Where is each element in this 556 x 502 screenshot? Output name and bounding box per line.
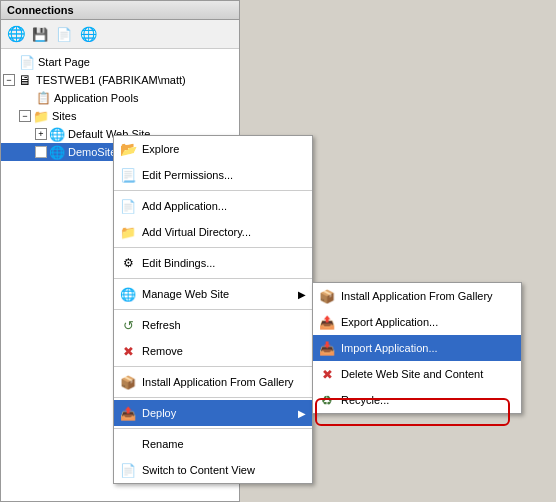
add-app-icon: 📄 [118, 196, 138, 216]
menu-separator-6 [114, 397, 312, 398]
menu-label-edit-permissions: Edit Permissions... [142, 169, 233, 181]
menu-label-add-application: Add Application... [142, 200, 227, 212]
submenu-label-export: Export Application... [341, 316, 438, 328]
toolbar: 🌐 💾 📄 🌐 [1, 20, 239, 49]
tree-item-sites[interactable]: − 📁 Sites [1, 107, 239, 125]
menu-item-explore[interactable]: 📂 Explore [114, 136, 312, 162]
manage-arrow-icon: ▶ [298, 289, 306, 300]
tree-item-app-pools[interactable]: 📋 Application Pools [1, 89, 239, 107]
manage-icon: 🌐 [118, 284, 138, 304]
tree-item-start-page[interactable]: 📄 Start Page [1, 53, 239, 71]
toolbar-back-button[interactable]: 🌐 [5, 23, 27, 45]
menu-item-remove[interactable]: ✖ Remove [114, 338, 312, 364]
tree-label-demo-site: DemoSite [68, 146, 116, 158]
menu-label-refresh: Refresh [142, 319, 181, 331]
menu-label-rename: Rename [142, 438, 184, 450]
menu-item-install-gallery[interactable]: 📦 Install Application From Gallery [114, 369, 312, 395]
menu-separator-3 [114, 278, 312, 279]
tree-label-app-pools: Application Pools [54, 92, 138, 104]
sub-recycle-icon: ♻ [317, 390, 337, 410]
menu-item-deploy[interactable]: 📤 Deploy ▶ [114, 400, 312, 426]
deploy-icon: 📤 [118, 403, 138, 423]
permissions-icon: 📃 [118, 165, 138, 185]
submenu-label-delete: Delete Web Site and Content [341, 368, 483, 380]
submenu-label-import: Import Application... [341, 342, 438, 354]
menu-separator-1 [114, 190, 312, 191]
submenu-item-recycle[interactable]: ♻ Recycle... [313, 387, 521, 413]
menu-label-install-gallery: Install Application From Gallery [142, 376, 294, 388]
panel-title: Connections [7, 4, 74, 16]
menu-item-add-virtual-directory[interactable]: 📁 Add Virtual Directory... [114, 219, 312, 245]
tree-label-start-page: Start Page [38, 56, 90, 68]
submenu-label-recycle: Recycle... [341, 394, 389, 406]
toolbar-connect-button[interactable]: 🌐 [77, 23, 99, 45]
submenu-item-export[interactable]: 📤 Export Application... [313, 309, 521, 335]
add-vdir-icon: 📁 [118, 222, 138, 242]
sub-delete-icon: ✖ [317, 364, 337, 384]
submenu-item-import[interactable]: 📥 Import Application... [313, 335, 521, 361]
menu-item-rename[interactable]: Rename [114, 431, 312, 457]
menu-item-edit-bindings[interactable]: ⚙ Edit Bindings... [114, 250, 312, 276]
toolbar-up-button[interactable]: 📄 [53, 23, 75, 45]
tree-label-server: TESTWEB1 (FABRIKAM\matt) [36, 74, 186, 86]
sub-gallery-icon: 📦 [317, 286, 337, 306]
menu-item-manage-web-site[interactable]: 🌐 Manage Web Site ▶ [114, 281, 312, 307]
menu-separator-2 [114, 247, 312, 248]
tree-label-sites: Sites [52, 110, 76, 122]
sub-import-icon: 📥 [317, 338, 337, 358]
rename-icon [118, 434, 138, 454]
menu-item-edit-permissions[interactable]: 📃 Edit Permissions... [114, 162, 312, 188]
deploy-arrow-icon: ▶ [298, 408, 306, 419]
menu-label-add-virtual-directory: Add Virtual Directory... [142, 226, 251, 238]
content-view-icon: 📄 [118, 460, 138, 480]
sub-export-icon: 📤 [317, 312, 337, 332]
explore-icon: 📂 [118, 139, 138, 159]
menu-label-explore: Explore [142, 143, 179, 155]
tree-item-server[interactable]: − 🖥 TESTWEB1 (FABRIKAM\matt) [1, 71, 239, 89]
menu-label-deploy: Deploy [142, 407, 176, 419]
panel-header: Connections [1, 1, 239, 20]
menu-separator-4 [114, 309, 312, 310]
tree-expand-server[interactable]: − [3, 74, 15, 86]
submenu-item-install-gallery[interactable]: 📦 Install Application From Gallery [313, 283, 521, 309]
deploy-submenu: 📦 Install Application From Gallery 📤 Exp… [312, 282, 522, 414]
menu-separator-7 [114, 428, 312, 429]
tree-expand-default[interactable]: + [35, 128, 47, 140]
bindings-icon: ⚙ [118, 253, 138, 273]
toolbar-save-button[interactable]: 💾 [29, 23, 51, 45]
remove-icon: ✖ [118, 341, 138, 361]
menu-label-edit-bindings: Edit Bindings... [142, 257, 215, 269]
submenu-label-install-gallery: Install Application From Gallery [341, 290, 493, 302]
tree-expand-demo[interactable]: + [35, 146, 47, 158]
menu-item-refresh[interactable]: ↺ Refresh [114, 312, 312, 338]
gallery-icon: 📦 [118, 372, 138, 392]
menu-item-add-application[interactable]: 📄 Add Application... [114, 193, 312, 219]
menu-label-manage-web-site: Manage Web Site [142, 288, 229, 300]
submenu-item-delete[interactable]: ✖ Delete Web Site and Content [313, 361, 521, 387]
context-menu: 📂 Explore 📃 Edit Permissions... 📄 Add Ap… [113, 135, 313, 484]
tree-expand-sites[interactable]: − [19, 110, 31, 122]
refresh-icon: ↺ [118, 315, 138, 335]
menu-item-switch-content-view[interactable]: 📄 Switch to Content View [114, 457, 312, 483]
menu-separator-5 [114, 366, 312, 367]
menu-label-remove: Remove [142, 345, 183, 357]
menu-label-switch-content-view: Switch to Content View [142, 464, 255, 476]
